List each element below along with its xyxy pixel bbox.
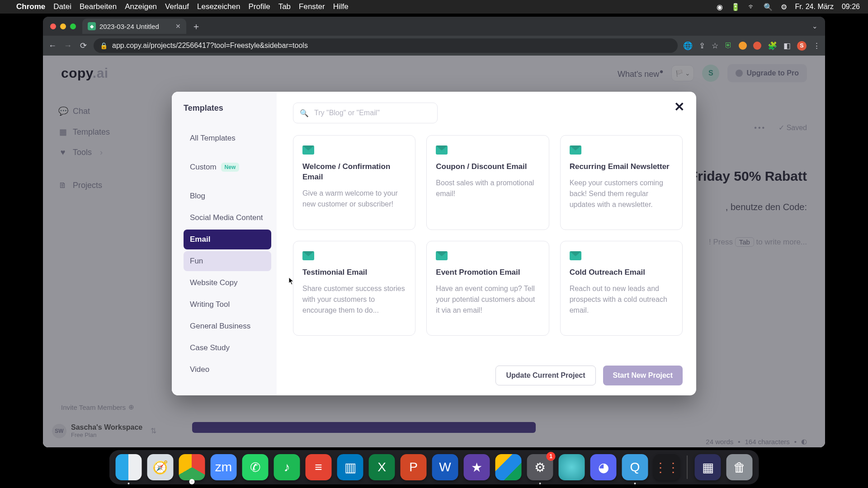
search-input[interactable] (313, 108, 431, 117)
category-general-business[interactable]: General Business (184, 316, 271, 336)
share-icon[interactable]: ⇪ (699, 41, 705, 51)
mail-icon (570, 251, 581, 260)
category-case-study[interactable]: Case Study (184, 338, 271, 358)
dock-audio-icon[interactable]: ⋮⋮ (654, 454, 680, 480)
window-minimize-button[interactable] (60, 23, 66, 29)
card-desc: Give a warm welcome to your new customer… (302, 188, 406, 210)
dock-excel-icon[interactable]: X (369, 454, 395, 480)
extension-shield-icon[interactable]: ⛨ (725, 41, 732, 50)
menu-lesezeichen[interactable]: Lesezeichen (197, 2, 240, 11)
menu-anzeigen[interactable]: Anzeigen (125, 2, 157, 11)
dock-drive-icon[interactable] (495, 454, 522, 480)
obs-icon[interactable]: ◉ (717, 3, 723, 11)
extensions-puzzle-icon[interactable]: 🧩 (768, 41, 777, 51)
card-event-promotion-email[interactable]: Event Promotion Email Have an event comi… (426, 241, 549, 336)
dock-imovie-icon[interactable]: ★ (464, 454, 490, 480)
card-newsletter-email[interactable]: Recurring Email Newsletter Keep your cus… (560, 135, 683, 230)
dock-settings-icon[interactable]: ⚙1 (527, 454, 553, 480)
dock-whatsapp-icon[interactable]: ✆ (242, 454, 269, 480)
card-coupon-email[interactable]: Coupon / Discount Email Boost sales with… (426, 135, 549, 230)
control-center-icon[interactable]: ⚙ (781, 3, 787, 11)
menu-verlauf[interactable]: Verlauf (165, 2, 189, 11)
dock-word-icon[interactable]: W (432, 454, 458, 480)
menubar-time[interactable]: 09:26 (842, 3, 860, 11)
dock-chrome-icon[interactable] (179, 454, 205, 480)
extension-icon-1[interactable] (739, 42, 747, 50)
menu-datei[interactable]: Datei (53, 2, 71, 11)
window-close-button[interactable] (50, 23, 56, 29)
dock-discord-icon[interactable]: ◕ (590, 454, 617, 480)
chrome-menu-icon[interactable]: ⋮ (813, 41, 821, 51)
dock-zoom-icon[interactable]: zm (211, 454, 237, 480)
address-bar[interactable]: 🔒 app.copy.ai/projects/22566417?tool=Fre… (94, 38, 678, 53)
card-desc: Have an event coming up? Tell your poten… (436, 283, 539, 316)
dock-trello-icon[interactable]: ▥ (337, 454, 363, 480)
category-email[interactable]: Email (184, 230, 271, 249)
dock-mission-control-icon[interactable]: ▦ (695, 454, 721, 480)
menu-profile[interactable]: Profile (248, 2, 270, 11)
tab-close-icon[interactable]: ✕ (175, 23, 181, 30)
dock-separator (687, 455, 688, 479)
extension-icon-2[interactable] (753, 42, 761, 50)
nav-reload-icon[interactable]: ⟳ (78, 41, 88, 51)
card-desc: Keep your customers coming back! Send th… (570, 178, 673, 210)
category-fun[interactable]: Fun (184, 251, 271, 271)
new-tab-button[interactable]: ＋ (192, 20, 201, 33)
window-controls (50, 23, 76, 29)
spotlight-icon[interactable]: 🔍 (764, 3, 773, 11)
category-writing-tool[interactable]: Writing Tool (184, 295, 271, 314)
menubar-app-name[interactable]: Chrome (16, 2, 45, 11)
dock-spotify-icon[interactable]: ♪ (274, 454, 300, 480)
menu-hilfe[interactable]: Hilfe (333, 2, 349, 11)
battery-icon[interactable]: 🔋 (731, 3, 740, 11)
dock-app-blue-icon[interactable] (559, 454, 585, 480)
dock-trash-icon[interactable]: 🗑 (726, 454, 753, 480)
wifi-icon[interactable]: ᯤ (748, 3, 755, 11)
category-website-copy[interactable]: Website Copy (184, 273, 271, 293)
category-custom[interactable]: Custom New (184, 157, 271, 177)
menubar-date[interactable]: Fr. 24. März (795, 3, 834, 11)
card-title: Welcome / Confirmation Email (302, 162, 406, 183)
mail-icon (436, 251, 448, 260)
app-body: copy.ai What's new● 🏳️ ⌄ S Upgrade to Pr… (43, 56, 825, 447)
tabs-dropdown-icon[interactable]: ⌄ (812, 22, 818, 30)
modal-overlay[interactable]: Templates All Templates Custom New Blog … (43, 56, 825, 447)
card-desc: Boost sales with a promotional email! (436, 178, 539, 199)
dock-finder-icon[interactable] (116, 454, 142, 480)
start-project-button[interactable]: Start New Project (603, 366, 683, 385)
dock-safari-icon[interactable]: 🧭 (147, 454, 174, 480)
mail-icon (302, 251, 314, 260)
window-maximize-button[interactable] (70, 23, 76, 29)
mail-icon (302, 145, 314, 155)
sidepanel-icon[interactable]: ◧ (783, 41, 791, 51)
badge-count: 1 (547, 452, 556, 461)
card-title: Cold Outreach Email (570, 267, 673, 278)
dock-quicktime-icon[interactable]: Q (622, 454, 648, 480)
macos-menubar: Chrome Datei Bearbeiten Anzeigen Verlauf… (0, 0, 868, 14)
bookmark-star-icon[interactable]: ☆ (712, 41, 718, 51)
close-icon[interactable]: ✕ (674, 101, 684, 113)
template-search[interactable]: 🔍 (293, 103, 438, 123)
dock-powerpoint-icon[interactable]: P (401, 454, 427, 480)
menu-fenster[interactable]: Fenster (299, 2, 325, 11)
category-social-media[interactable]: Social Media Content (184, 208, 271, 228)
menu-tab[interactable]: Tab (278, 2, 291, 11)
category-video[interactable]: Video (184, 360, 271, 380)
menu-bearbeiten[interactable]: Bearbeiten (80, 2, 117, 11)
card-testimonial-email[interactable]: Testimonial Email Share customer success… (293, 241, 415, 336)
category-blog[interactable]: Blog (184, 186, 271, 206)
new-badge: New (221, 163, 240, 172)
card-title: Recurring Email Newsletter (570, 162, 673, 172)
card-welcome-email[interactable]: Welcome / Confirmation Email Give a warm… (293, 135, 415, 230)
translate-icon[interactable]: 🌐 (683, 41, 693, 51)
update-project-button[interactable]: Update Current Project (495, 366, 595, 385)
templates-modal: Templates All Templates Custom New Blog … (172, 92, 696, 395)
nav-back-icon[interactable]: ← (47, 41, 57, 51)
card-title: Event Promotion Email (436, 267, 539, 278)
card-title: Coupon / Discount Email (436, 162, 539, 172)
dock-todoist-icon[interactable]: ≡ (306, 454, 332, 480)
category-all-templates[interactable]: All Templates (184, 128, 271, 148)
card-cold-outreach-email[interactable]: Cold Outreach Email Reach out to new lea… (560, 241, 683, 336)
browser-tab[interactable]: ◆ 2023-03-24 Untitled ✕ (82, 19, 186, 34)
profile-avatar-icon[interactable]: S (797, 41, 807, 51)
